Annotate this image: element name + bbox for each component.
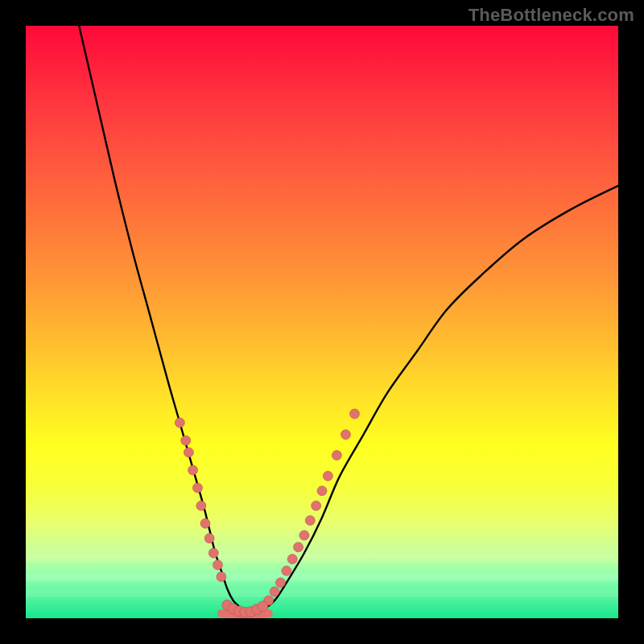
data-point [233,606,244,617]
gradient-band [26,573,618,581]
data-point [188,465,198,475]
curve-line [79,26,618,613]
data-point [305,516,315,526]
data-point [252,604,262,614]
data-point [184,448,193,457]
dots-valley [222,600,268,617]
dots-left-arm [175,418,226,581]
data-point [264,596,274,605]
data-point [196,501,206,510]
data-point [287,554,297,564]
curve-svg [26,26,618,618]
data-point [217,572,226,581]
gradient-band [26,554,618,562]
data-point [246,606,256,617]
data-point [323,471,332,481]
gradient-band [26,589,618,597]
data-point [349,409,359,419]
data-point [192,483,202,493]
data-point [317,486,327,496]
data-point [213,560,222,570]
data-point [258,601,268,612]
data-point [312,501,321,510]
data-point [294,543,303,552]
dots-right-arm [264,409,360,605]
data-point [341,430,350,440]
data-point [282,566,291,576]
valley-stroke [221,613,269,614]
data-point [181,436,191,445]
data-point [299,530,309,540]
data-point [228,604,238,614]
data-point [275,578,285,588]
data-point [240,607,250,617]
data-point [332,451,341,460]
watermark-text: TheBottleneck.com [469,5,634,26]
data-point [208,548,218,558]
data-point [222,600,233,610]
data-point [204,534,214,543]
plot-area [26,26,618,618]
data-point [175,418,184,427]
data-point [200,518,210,528]
data-point [270,587,279,597]
chart-container: TheBottleneck.com [0,0,644,644]
